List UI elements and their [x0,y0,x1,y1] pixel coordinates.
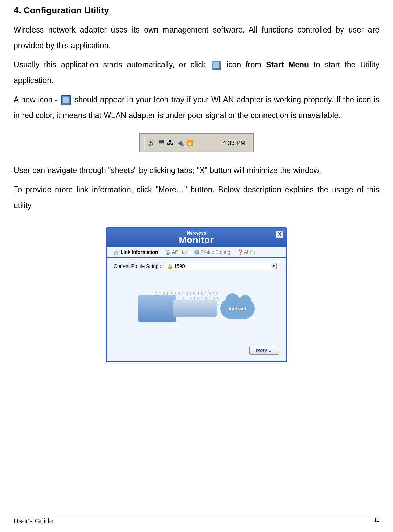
link-info-icon: 🔗 [114,249,119,255]
p2-text-a: Usually this application starts automati… [14,60,211,69]
ap-list-icon: 📡 [165,249,171,255]
tab-ap-list[interactable]: 📡 AP List [162,247,190,257]
router-graphic [173,300,217,317]
profile-row: Current Profile String : 🔒 1590 ▾ [107,258,286,274]
app-logo: Wireless Monitor [179,231,214,244]
tray-clock: 4:33 PM [222,140,245,147]
page-footer: User's Guide 11 [14,515,379,525]
paragraph-4: User can navigate through "sheets" by cl… [14,163,379,178]
connection-graphic: 01010101010101010 10101010101010101 0101… [107,274,286,343]
tab-label-3: About [244,249,257,255]
more-button[interactable]: More ... [249,346,279,355]
wireless-monitor-window: Wireless Monitor X 🔗 Link Information 📡 … [106,227,287,362]
wlan-tray-icon [61,95,71,105]
tab-label-0: Link Information [121,249,158,255]
logo-big: Monitor [179,235,214,245]
section-heading: 4. Configuration Utility [14,5,379,16]
tab-profile-setting[interactable]: ⚙️ Profile Setting [190,247,234,257]
tab-label-1: AP List [172,249,187,255]
profile-dropdown[interactable]: 🔒 1590 ▾ [165,262,280,270]
profile-value: 1590 [174,263,185,269]
tab-link-information[interactable]: 🔗 Link Information [110,247,162,257]
page-number: 11 [374,517,379,525]
close-button[interactable]: X [276,231,283,238]
system-tray: 🔊 🖥️ 🖧 🔌 📶 4:33 PM [139,133,254,152]
volume-icon: 🔊 [148,139,155,147]
footer-guide: User's Guide [14,517,53,525]
profile-icon: ⚙️ [194,249,199,255]
lock-icon: 🔒 [167,263,173,269]
p2-text-b: icon from [227,60,266,69]
paragraph-2: Usually this application starts automati… [14,57,379,88]
p3-text-a: A new icon - [14,95,60,104]
device-icon: 🔌 [177,139,184,147]
titlebar: Wireless Monitor X [107,228,286,247]
network-icon: 🖧 [167,139,175,147]
internet-label: Internet [229,306,246,311]
wlan-icon: 📶 [186,139,194,147]
tab-label-2: Profile Setting [201,249,230,255]
profile-label: Current Profile String : [114,263,161,269]
tab-about[interactable]: ❓ About [234,247,260,257]
paragraph-1: Wireless network adapter uses its own ma… [14,22,379,53]
display-icon: 🖥️ [158,139,165,147]
utility-app-icon [212,61,221,70]
about-icon: ❓ [237,249,243,255]
paragraph-3: A new icon - should appear in your Icon … [14,92,379,123]
start-menu-label: Start Menu [266,60,309,69]
tab-bar: 🔗 Link Information 📡 AP List ⚙️ Profile … [107,247,286,258]
paragraph-5: To provide more link information, click … [14,182,379,213]
dropdown-arrow-icon: ▾ [271,263,277,269]
